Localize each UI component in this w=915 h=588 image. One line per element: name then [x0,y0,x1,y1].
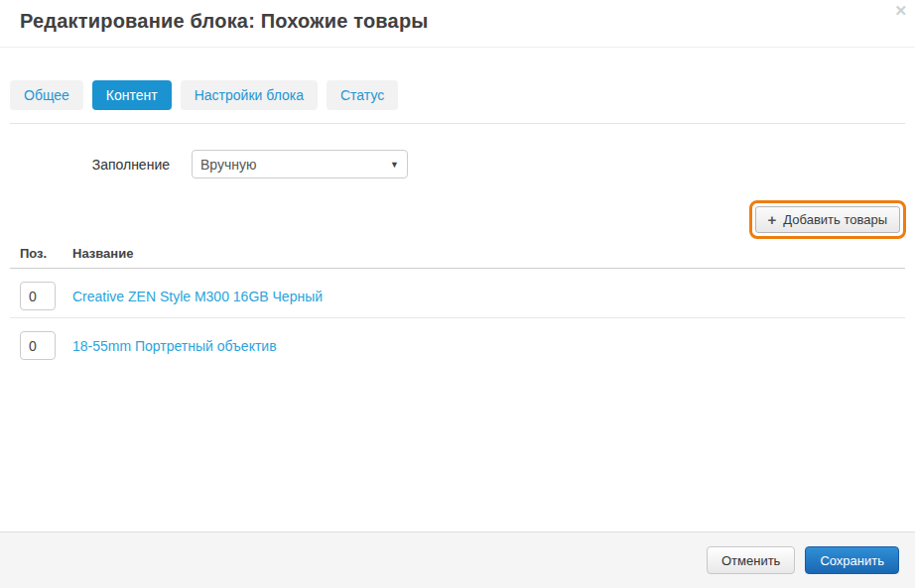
modal-footer: Отменить Сохранить [0,531,915,588]
modal-title: Редактирование блока: Похожие товары [20,10,429,33]
add-products-row: + Добавить товары [0,200,906,239]
tour-highlight-ring: + Добавить товары [749,200,906,239]
product-link[interactable]: Creative ZEN Style M300 16GB Черный [72,289,323,304]
tab-general[interactable]: Общее [10,80,83,110]
name-column-header: Название [72,242,905,269]
position-input[interactable] [20,331,56,360]
product-link[interactable]: 18-55mm Портретный объектив [72,338,277,354]
table-row: 18-55mm Портретный объектив [10,318,905,368]
add-products-button[interactable]: + Добавить товары [755,206,900,233]
tab-content[interactable]: Контент [92,80,172,110]
position-column-header: Поз. [10,242,72,269]
filling-label: Заполнение [0,157,170,173]
position-input[interactable] [20,282,56,310]
save-button[interactable]: Сохранить [805,546,899,574]
modal-header: Редактирование блока: Похожие товары ✕ [0,0,915,48]
tab-bar: Общее Контент Настройки блока Статус [10,80,905,110]
table-header-row: Поз. Название [10,242,905,269]
close-icon[interactable]: ✕ [894,3,907,18]
filling-select-wrap: Вручную ▼ [192,150,408,178]
filling-select[interactable]: Вручную [192,150,408,178]
table-row: Creative ZEN Style M300 16GB Черный [10,269,905,318]
tabs-divider [10,123,905,124]
products-table: Поз. Название Creative ZEN Style M300 16… [10,242,905,367]
tab-block-settings[interactable]: Настройки блока [181,80,318,110]
add-products-label: Добавить товары [783,212,887,227]
cancel-button[interactable]: Отменить [707,546,795,574]
filling-form-row: Заполнение Вручную ▼ [0,150,915,178]
plus-icon: + [768,212,777,227]
tab-status[interactable]: Статус [327,80,398,110]
